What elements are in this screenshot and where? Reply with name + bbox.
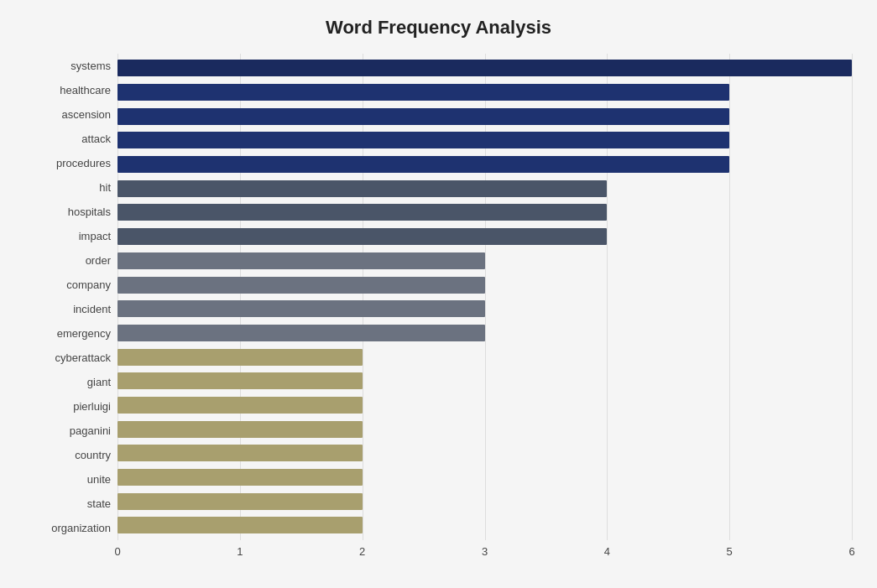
bar-systems [117,60,852,76]
y-label-ascension: ascension [61,104,111,126]
bar-pierluigi [117,397,363,414]
bar-row [117,419,852,440]
grid-line [852,54,853,540]
x-tick-6: 6 [848,545,854,558]
bar-hospitals [117,204,607,221]
y-axis-labels: systemshealthcareascensionattackprocedur… [25,54,117,540]
bar-row [117,251,852,271]
x-tick-2: 2 [359,545,365,558]
bar-incident [117,300,485,317]
bars-container [117,54,852,540]
bar-row [117,371,852,391]
y-label-paganini: paganini [70,420,111,442]
chart-container: Word Frequency Analysis systemshealthcar… [0,0,877,588]
y-label-emergency: emergency [57,323,111,345]
x-tick-4: 4 [604,545,610,558]
bar-cyberattack [117,349,363,366]
y-label-impact: impact [79,226,111,247]
bar-row [117,323,852,343]
x-tick-5: 5 [727,545,733,558]
y-label-healthcare: healthcare [60,80,111,101]
y-label-country: country [75,445,111,466]
bar-unite [117,469,363,486]
grid-and-bars [117,54,852,540]
y-label-giant: giant [87,372,111,393]
y-label-order: order [86,250,111,272]
bar-procedures [117,156,729,173]
bar-ascension [117,108,729,125]
y-label-organization: organization [51,518,111,539]
bar-row [117,515,852,535]
y-label-hit: hit [99,177,111,199]
y-label-incident: incident [73,299,111,320]
y-label-attack: attack [81,128,111,150]
y-label-systems: systems [70,55,111,77]
bar-attack [117,132,729,148]
bar-row [117,467,852,487]
bar-organization [117,517,363,533]
x-axis: 0123456 [117,545,852,562]
bar-giant [117,372,363,389]
x-tick-0: 0 [114,545,120,558]
bar-row [117,299,852,319]
y-label-state: state [87,493,111,515]
bar-emergency [117,325,485,341]
bar-row [117,58,852,78]
bar-row [117,275,852,295]
bar-impact [117,228,607,245]
bars-and-grid [117,54,852,540]
bar-row [117,82,852,102]
bar-country [117,445,363,461]
chart-area: systemshealthcareascensionattackprocedur… [25,54,852,540]
bar-hit [117,180,607,197]
y-label-procedures: procedures [56,153,111,174]
bar-order [117,252,485,269]
y-label-unite: unite [87,469,111,491]
chart-title: Word Frequency Analysis [25,17,852,39]
x-tick-1: 1 [237,545,243,558]
y-label-company: company [66,274,111,296]
bar-row [117,492,852,512]
bar-row [117,347,852,367]
y-label-hospitals: hospitals [68,201,111,223]
bar-row [117,179,852,199]
bar-state [117,493,363,510]
x-tick-3: 3 [482,545,488,558]
bar-row [117,395,852,415]
bar-row [117,443,852,463]
bar-row [117,154,852,174]
bar-paganini [117,421,363,438]
bar-row [117,226,852,247]
bar-row [117,202,852,222]
bar-row [117,107,852,127]
y-label-cyberattack: cyberattack [55,347,111,369]
bar-healthcare [117,84,729,101]
bar-company [117,277,485,294]
y-label-pierluigi: pierluigi [73,396,111,418]
bar-row [117,130,852,150]
